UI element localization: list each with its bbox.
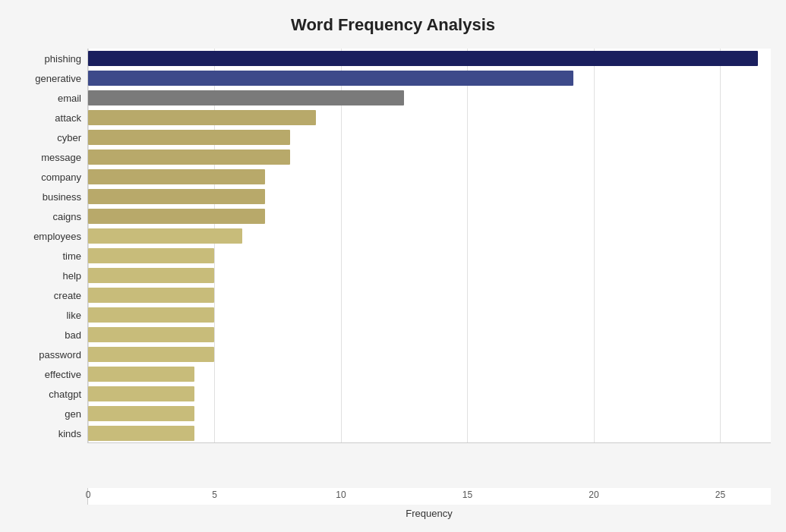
bar-row <box>88 206 771 226</box>
y-axis: phishinggenerativeemailattackcybermessag… <box>15 49 87 488</box>
bar-row <box>88 68 771 88</box>
bar <box>88 150 290 165</box>
bar <box>88 406 194 421</box>
bar <box>88 51 758 66</box>
y-axis-label: email <box>58 88 81 108</box>
bar-row <box>88 246 771 266</box>
bar <box>88 367 194 382</box>
bar-row <box>88 127 771 147</box>
bar <box>88 248 214 263</box>
bar-row <box>88 285 771 305</box>
x-tick-label: 0 <box>86 490 91 500</box>
bar <box>88 110 316 125</box>
bar-row <box>88 266 771 285</box>
x-tick-label: 20 <box>589 490 598 500</box>
bar-row <box>88 345 771 364</box>
x-tick-label: 15 <box>462 490 472 500</box>
x-ticks-row: 0510152025 <box>87 488 771 505</box>
bar-row <box>88 423 771 443</box>
y-axis-label: kinds <box>58 423 81 443</box>
y-axis-label: generative <box>35 68 81 88</box>
y-axis-label: password <box>39 345 81 364</box>
y-axis-label: bad <box>65 325 81 345</box>
x-axis-label: Frequency <box>87 508 771 519</box>
x-tick-label: 10 <box>336 490 346 500</box>
bar <box>88 307 214 323</box>
bar <box>88 386 194 401</box>
bar <box>88 189 265 204</box>
y-axis-label: caigns <box>52 206 81 226</box>
bar-row <box>88 88 771 108</box>
bar-row <box>88 167 771 187</box>
bar-row <box>88 187 771 206</box>
bars-area <box>87 49 771 443</box>
chart-title: Word Frequency Analysis <box>15 15 771 35</box>
bar <box>88 288 214 303</box>
y-axis-label: employees <box>33 226 81 246</box>
x-tick-label: 25 <box>715 490 725 500</box>
bar-row <box>88 108 771 127</box>
y-axis-label: create <box>54 285 81 305</box>
y-axis-label: chatgpt <box>49 384 81 404</box>
bar <box>88 71 573 86</box>
x-tick-label: 5 <box>212 490 217 500</box>
bar-row <box>88 49 771 68</box>
bar <box>88 169 265 184</box>
bar <box>88 327 214 342</box>
y-axis-label: like <box>66 305 81 325</box>
bar-row <box>88 384 771 404</box>
bar-row <box>88 404 771 423</box>
bar <box>88 130 290 145</box>
y-axis-label: attack <box>55 108 81 127</box>
bar <box>88 426 194 441</box>
y-axis-label: company <box>41 167 81 187</box>
y-axis-label: help <box>62 266 81 285</box>
y-axis-label: time <box>62 246 81 266</box>
bar-row <box>88 305 771 325</box>
bar <box>88 228 242 244</box>
bar-row <box>88 226 771 246</box>
bar <box>88 209 265 224</box>
bar <box>88 347 214 362</box>
chart-area: phishinggenerativeemailattackcybermessag… <box>15 49 771 488</box>
y-axis-label: phishing <box>45 49 81 68</box>
y-axis-label: gen <box>65 404 81 423</box>
bar-row <box>88 325 771 345</box>
bar <box>88 90 404 105</box>
bar-row <box>88 364 771 384</box>
chart-container: Word Frequency Analysis phishinggenerati… <box>0 0 786 532</box>
y-axis-label: message <box>41 147 81 167</box>
bar <box>88 268 214 283</box>
y-axis-label: effective <box>45 364 81 384</box>
bar-row <box>88 147 771 167</box>
y-axis-label: business <box>43 187 81 206</box>
y-axis-label: cyber <box>57 127 81 147</box>
